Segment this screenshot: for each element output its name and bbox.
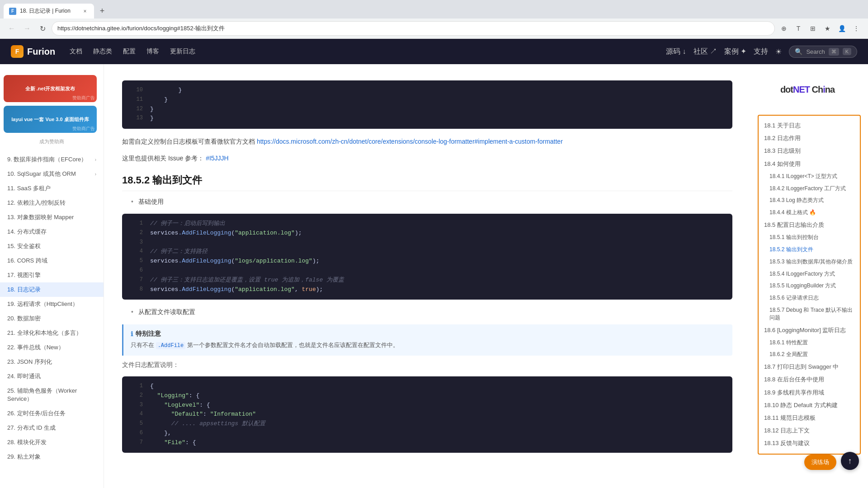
- nav-blog[interactable]: 博客: [146, 46, 159, 57]
- toc-18-4-2[interactable]: 18.4.2 ILoggerFactory 工厂方式: [759, 183, 860, 195]
- intro-link[interactable]: https://docs.microsoft.com/zh-cn/dotnet/…: [257, 138, 563, 145]
- toc-18-9[interactable]: 18.9 多线程共享作用域: [759, 386, 860, 399]
- sidebar-item-28[interactable]: 28. 模块化开发: [0, 435, 104, 450]
- dotnet-ad[interactable]: dotNET China: [758, 71, 857, 108]
- sidebar-item-25[interactable]: 25. 辅助角色服务（Worker Service）: [0, 384, 104, 406]
- profile-btn[interactable]: 👤: [835, 22, 848, 35]
- toc-18-4-4[interactable]: 18.4.4 模上格式 🔥: [759, 206, 860, 219]
- toc-18-10[interactable]: 18.10 静态 Default 方式构建: [759, 399, 860, 412]
- toc-18-6-1[interactable]: 18.6.1 特性配置: [759, 337, 860, 349]
- address-bar[interactable]: https://dotnetchina.gitee.io/furion/docs…: [52, 21, 775, 36]
- sidebar-item-27[interactable]: 27. 分布式 ID 生成: [0, 421, 104, 435]
- toc-section: 18.1 关于日志 18.2 日志作用 18.3 日志级别 18.4 如何使用 …: [758, 115, 861, 455]
- sidebar-item-18[interactable]: 18. 日志记录: [0, 282, 104, 297]
- site-logo[interactable]: F Furion: [11, 45, 55, 58]
- toc-18-5[interactable]: 18.5 配置日志输出介质: [759, 219, 860, 231]
- sidebar-item-22[interactable]: 22. 事件总线（New）: [0, 340, 104, 355]
- sidebar-item-29[interactable]: 29. 粘土对象: [0, 450, 104, 464]
- sidebar-item-29-text: 29. 粘土对象: [7, 453, 41, 461]
- sidebar-item-12[interactable]: 12. 依赖注入/控制反转: [0, 196, 104, 210]
- basic-use-list: 基础使用: [131, 197, 732, 206]
- nav-changelog[interactable]: 更新日志: [170, 46, 195, 57]
- new-tab-btn[interactable]: +: [96, 5, 108, 18]
- ad-banner-1[interactable]: 全新 .net开发框架发布 赞助商广告: [4, 75, 97, 102]
- sidebar-item-11-text: 11. SaaS 多租户: [7, 184, 51, 192]
- sidebar-item-11[interactable]: 11. SaaS 多租户: [0, 181, 104, 196]
- toc-18-4-1[interactable]: 18.4.1 ILogger<T> 泛型方式: [759, 170, 860, 183]
- right-sidebar: dotNET China 18.1 关于日志 18.2 日志作用 18.3 日志…: [750, 64, 868, 488]
- toc-18-5-7[interactable]: 18.5.7 Debug 和 Trace 默认不输出问题: [759, 304, 860, 324]
- code-line-11: 11 }: [122, 95, 732, 105]
- support-btn[interactable]: 支持: [754, 47, 768, 56]
- cb3-line-3: 3 "LogLevel": {: [122, 401, 732, 410]
- nav-docs[interactable]: 文档: [70, 46, 82, 57]
- ad-banner-2[interactable]: layui vue 一套 Vue 3.0 桌面组件库 赞助商广告: [4, 106, 97, 133]
- cb2-line-7: 7 // 例子三：支持日志追加还是覆盖，设置 true 为追加，false 为覆…: [122, 276, 732, 285]
- toc-18-5-1[interactable]: 18.5.1 输出到控制台: [759, 231, 860, 244]
- community-btn[interactable]: 社区 ↗: [693, 47, 717, 56]
- toc-18-13[interactable]: 18.13 反馈与建议: [759, 437, 860, 450]
- browser-actions: ⊕ T ⊞ ★ 👤 ⋮: [778, 22, 863, 35]
- extension-btn[interactable]: ⊞: [807, 22, 819, 35]
- sidebar-item-26[interactable]: 26. 定时任务/后台任务: [0, 406, 104, 421]
- toc-18-5-6[interactable]: 18.5.6 记录请求日志: [759, 292, 860, 304]
- ad2-badge: 赞助商广告: [72, 126, 95, 132]
- sidebar-item-19[interactable]: 19. 远程请求（HttpClient）: [0, 297, 104, 311]
- translate-btn[interactable]: T: [792, 22, 805, 35]
- toc-18-11[interactable]: 18.11 规范日志模板: [759, 412, 860, 424]
- nav-static[interactable]: 静态类: [93, 46, 112, 57]
- search-box[interactable]: 🔍 Search ⌘ K: [789, 46, 857, 58]
- more-btn[interactable]: ⋮: [850, 22, 863, 35]
- bookmark-btn[interactable]: ★: [821, 22, 834, 35]
- sidebar-item-23[interactable]: 23. JSON 序列化: [0, 355, 104, 369]
- cb3-line-5: 5 // .... appsettings 默认配置: [122, 419, 732, 429]
- toc-18-6[interactable]: 18.6 [LoggingMonitor] 监听日志: [759, 324, 860, 337]
- sidebar-item-24[interactable]: 24. 即时通讯: [0, 369, 104, 384]
- toc-18-4-3[interactable]: 18.4.3 Log 静态类方式: [759, 194, 860, 206]
- back-btn[interactable]: ←: [5, 22, 18, 35]
- issue-link[interactable]: #I5JJJH: [206, 155, 229, 162]
- sidebar-item-10[interactable]: 10. SqlSugar 或其他 ORM ›: [0, 167, 104, 181]
- tab-close-btn[interactable]: ×: [81, 8, 89, 15]
- forward-btn[interactable]: →: [21, 22, 33, 35]
- theme-btn[interactable]: ☀: [775, 47, 782, 56]
- sidebar-item-16[interactable]: 16. CORS 跨域: [0, 253, 104, 268]
- refresh-btn[interactable]: ↻: [36, 22, 49, 35]
- toc-18-12[interactable]: 18.12 日志上下文: [759, 424, 860, 437]
- toc-18-5-3[interactable]: 18.5.3 输出到数据库/其他存储介质: [759, 256, 860, 268]
- toc-18-2[interactable]: 18.2 日志作用: [759, 132, 860, 145]
- sidebar-item-13[interactable]: 13. 对象数据映射 Mapper: [0, 210, 104, 225]
- sidebar-item-14[interactable]: 14. 分布式缓存: [0, 225, 104, 239]
- toc-18-3[interactable]: 18.3 日志级别: [759, 145, 860, 157]
- browser-chrome: F 18. 日志记录 | Furion × + ← → ↻ https://do…: [0, 0, 868, 39]
- toc-18-5-2[interactable]: 18.5.2 输出到文件: [759, 244, 860, 256]
- toc-18-5-4[interactable]: 18.5.4 ILoggerFactory 方式: [759, 268, 860, 280]
- toc-18-1[interactable]: 18.1 关于日志: [759, 119, 860, 132]
- toc-18-8[interactable]: 18.8 在后台任务中使用: [759, 373, 860, 386]
- sidebar-item-17[interactable]: 17. 视图引擎: [0, 268, 104, 282]
- active-tab[interactable]: F 18. 日志记录 | Furion ×: [4, 4, 94, 19]
- tab-favicon: F: [9, 8, 16, 15]
- sidebar-item-19-text: 19. 远程请求（HttpClient）: [7, 300, 78, 308]
- sidebar-item-15[interactable]: 15. 安全鉴权: [0, 239, 104, 253]
- search-kbd-k: K: [843, 48, 851, 55]
- sidebar-item-20[interactable]: 20. 数据加密: [0, 311, 104, 326]
- sponsor-link[interactable]: 成为赞助商: [4, 136, 100, 147]
- toc-18-6-2[interactable]: 18.6.2 全局配置: [759, 348, 860, 361]
- toc-18-4[interactable]: 18.4 如何使用: [759, 158, 860, 170]
- info-box: ℹ 特别注意 只有不在 .AddFile 第一个参数配置文件名才会自动加载配置，…: [122, 324, 732, 356]
- sidebar-item-20-text: 20. 数据加密: [7, 314, 41, 323]
- sidebar-arrow-10: ›: [95, 172, 96, 177]
- toc-18-5-5[interactable]: 18.5.5 ILoggingBuilder 方式: [759, 280, 860, 292]
- code-line-12: 12 }: [122, 105, 732, 114]
- source-btn[interactable]: 源码 ↓: [666, 47, 686, 56]
- nav-config[interactable]: 配置: [123, 46, 136, 57]
- sidebar-item-9[interactable]: 9. 数据库操作指南（EFCore） ›: [0, 152, 104, 167]
- cases-btn[interactable]: 案例 ✦: [724, 47, 746, 56]
- sidebar-item-21[interactable]: 21. 全球化和本地化（多言）: [0, 326, 104, 340]
- info-icon: ℹ: [131, 330, 133, 338]
- toc-18-7[interactable]: 18.7 打印日志到 Swagger 中: [759, 361, 860, 373]
- zoom-btn[interactable]: ⊕: [778, 22, 790, 35]
- scroll-to-top-btn[interactable]: ↑: [841, 452, 859, 470]
- play-btn[interactable]: 演练场: [804, 455, 836, 470]
